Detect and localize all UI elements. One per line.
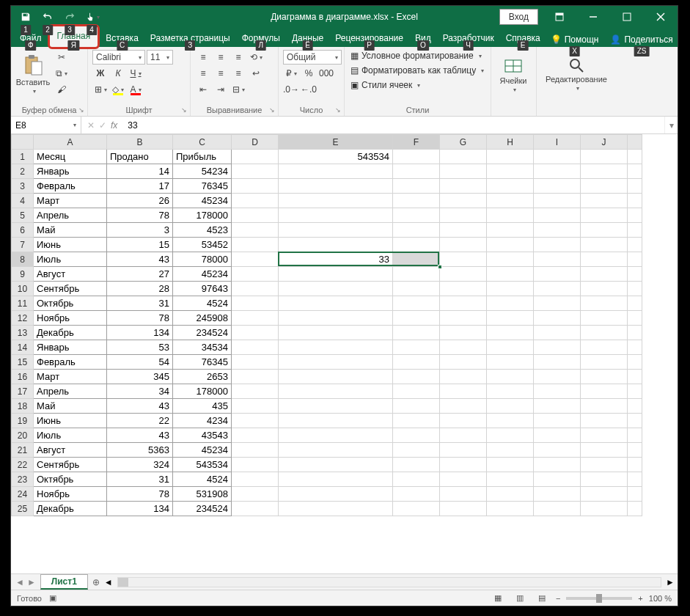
cell[interactable]: [232, 150, 279, 164]
cell[interactable]: [487, 296, 534, 311]
paste-button[interactable]: Вставить▾: [15, 50, 51, 98]
column-header[interactable]: F: [393, 135, 440, 150]
row-header[interactable]: 13: [12, 326, 34, 340]
cell[interactable]: [534, 164, 581, 179]
cell[interactable]: [534, 487, 581, 502]
cell[interactable]: [393, 179, 440, 194]
cell[interactable]: [487, 502, 534, 516]
row-header[interactable]: 24: [12, 487, 34, 502]
cell[interactable]: [232, 223, 279, 238]
row-header[interactable]: 14: [12, 340, 34, 355]
cell[interactable]: 178000: [173, 384, 232, 399]
row-header[interactable]: 9: [12, 267, 34, 282]
cell[interactable]: Сентябрь: [34, 458, 107, 472]
share-button[interactable]: 👤ПоделитьсяZS: [606, 32, 677, 47]
cell[interactable]: [279, 179, 393, 194]
cell[interactable]: [581, 194, 628, 208]
cell[interactable]: [393, 384, 440, 399]
cell[interactable]: [393, 311, 440, 326]
cell[interactable]: 54: [107, 355, 173, 370]
cell[interactable]: [534, 238, 581, 252]
cell[interactable]: [393, 458, 440, 472]
cell[interactable]: [534, 179, 581, 194]
cell[interactable]: [393, 164, 440, 179]
enter-formula-icon[interactable]: ✓: [99, 120, 106, 131]
cell[interactable]: [487, 223, 534, 238]
cell[interactable]: [581, 252, 628, 267]
cell[interactable]: [487, 443, 534, 458]
cell[interactable]: Июль: [34, 252, 107, 267]
cell[interactable]: [440, 399, 487, 414]
cell[interactable]: [487, 458, 534, 472]
redo-icon[interactable]: 3: [59, 8, 80, 26]
cell[interactable]: [487, 487, 534, 502]
cell[interactable]: 27: [107, 267, 173, 282]
cell[interactable]: [534, 282, 581, 296]
wrap-text-icon[interactable]: ↩: [248, 66, 264, 81]
cell[interactable]: Сентябрь: [34, 282, 107, 296]
tell-me-button[interactable]: 💡ПомощнХ: [546, 32, 603, 47]
cell[interactable]: 28: [107, 282, 173, 296]
cell[interactable]: [232, 399, 279, 414]
cell[interactable]: 15: [107, 238, 173, 252]
cell[interactable]: [279, 355, 393, 370]
cell[interactable]: [393, 502, 440, 516]
column-header[interactable]: D: [232, 135, 279, 150]
cell[interactable]: [232, 311, 279, 326]
cell[interactable]: [279, 443, 393, 458]
cell[interactable]: 45234: [173, 267, 232, 282]
cell[interactable]: 134: [107, 502, 173, 516]
cell[interactable]: [534, 296, 581, 311]
cell[interactable]: 78000: [173, 252, 232, 267]
bold-button[interactable]: Ж: [92, 66, 109, 81]
cell[interactable]: [581, 487, 628, 502]
cell[interactable]: [393, 340, 440, 355]
cell[interactable]: [279, 458, 393, 472]
cell[interactable]: [534, 355, 581, 370]
cell[interactable]: [232, 179, 279, 194]
cell[interactable]: [279, 428, 393, 443]
column-header[interactable]: C: [173, 135, 232, 150]
cell[interactable]: [534, 370, 581, 384]
tab-insert[interactable]: ВставкаС: [100, 30, 144, 47]
cell[interactable]: Ноябрь: [34, 487, 107, 502]
cell[interactable]: [534, 208, 581, 223]
ribbon-options-icon[interactable]: [543, 6, 576, 28]
italic-button[interactable]: К: [110, 66, 126, 81]
cell[interactable]: [581, 326, 628, 340]
cell[interactable]: [534, 458, 581, 472]
minimize-icon[interactable]: [576, 6, 610, 28]
row-header[interactable]: 15: [12, 355, 34, 370]
orientation-icon[interactable]: ⟲▾: [248, 50, 264, 65]
cell[interactable]: [581, 179, 628, 194]
cell[interactable]: [279, 267, 393, 282]
row-header[interactable]: 17: [12, 384, 34, 399]
currency-icon[interactable]: ₽▾: [283, 66, 299, 81]
cell[interactable]: [393, 414, 440, 428]
expand-formula-bar-icon[interactable]: ▾: [664, 117, 678, 133]
cell[interactable]: 78: [107, 311, 173, 326]
format-as-table-button[interactable]: ▤Форматировать как таблицу▾: [349, 65, 485, 76]
cell[interactable]: [440, 502, 487, 516]
cell[interactable]: 76345: [173, 179, 232, 194]
cell[interactable]: [232, 282, 279, 296]
row-header[interactable]: 21: [12, 443, 34, 458]
cell[interactable]: 14: [107, 164, 173, 179]
cell[interactable]: [440, 487, 487, 502]
row-header[interactable]: 2: [12, 164, 34, 179]
cell[interactable]: [487, 194, 534, 208]
tab-data[interactable]: ДанныеЁ: [286, 30, 329, 47]
cell[interactable]: Август: [34, 267, 107, 282]
cell[interactable]: Апрель: [34, 384, 107, 399]
worksheet-grid[interactable]: ABCDEFGHIJ 1МесяцПроданоПрибыль5435342Ян…: [11, 134, 678, 573]
dialog-launcher-icon[interactable]: ↘: [77, 106, 86, 114]
align-middle-icon[interactable]: ≡: [213, 50, 229, 65]
cell[interactable]: Март: [34, 370, 107, 384]
cell[interactable]: 3: [107, 223, 173, 238]
cell[interactable]: [440, 384, 487, 399]
increase-indent-icon[interactable]: ⇥: [213, 82, 229, 97]
cell[interactable]: 17: [107, 179, 173, 194]
cell[interactable]: [581, 399, 628, 414]
row-header[interactable]: 1: [12, 150, 34, 164]
cell[interactable]: 54234: [173, 164, 232, 179]
